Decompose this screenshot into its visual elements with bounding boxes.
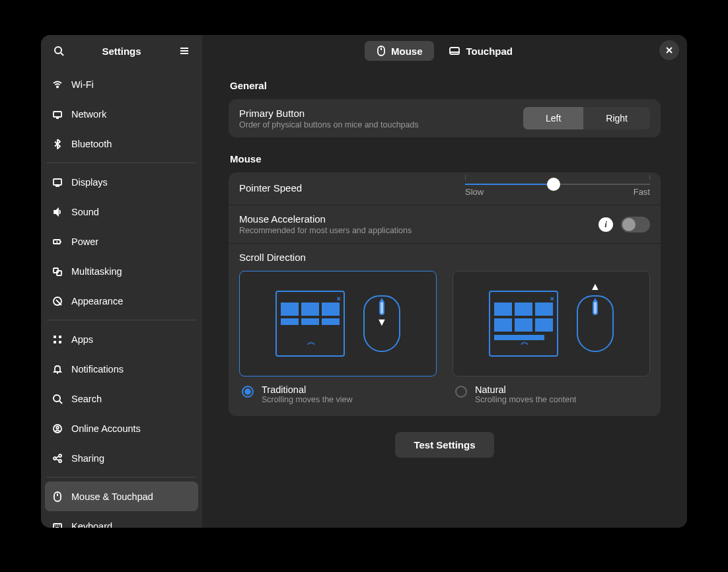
row-scroll-direction: Scroll Direction × ︽ [229,244,661,416]
sidebar-item-appearance[interactable]: Appearance [45,286,198,316]
search-icon [54,46,64,56]
mouse-icon [377,45,386,57]
card-general: Primary Button Order of physical buttons… [229,99,661,137]
scroll-option-traditional[interactable]: × ︽ ▼ [239,271,437,404]
svg-rect-15 [54,336,56,338]
close-button[interactable] [659,40,679,60]
tab-label: Mouse [391,46,423,57]
pointer-speed-slider[interactable]: Slow Fast [465,180,650,197]
scroll-option-sub: Scrolling moves the content [475,395,577,404]
keyboard-icon [52,520,63,528]
sidebar-item-online-accounts[interactable]: Online Accounts [45,413,198,443]
sidebar-separator [46,162,197,163]
main-panel: Mouse Touchpad General Primary Button Or… [202,35,687,528]
touchpad-icon [449,46,460,55]
slider-label-slow: Slow [465,187,484,197]
header-tab-group: Mouse Touchpad [365,41,525,61]
sidebar-item-label: Sound [71,207,99,217]
scroll-preview-natural: × ︽ ▲ [453,271,650,376]
sidebar-item-apps[interactable]: Apps [45,324,198,354]
svg-rect-8 [54,179,61,185]
row-subtitle: Recommended for most users and applicati… [239,226,599,235]
row-title: Scroll Direction [239,252,650,263]
sidebar-header: Settings [41,35,202,67]
sound-icon [52,206,63,218]
row-title: Mouse Acceleration [239,213,599,225]
sidebar-item-label: Online Accounts [71,423,141,434]
primary-button-left[interactable]: Left [523,107,583,129]
sidebar-item-label: Appearance [71,296,123,306]
hamburger-icon [179,46,190,56]
svg-rect-38 [450,48,459,54]
multitasking-icon [52,266,63,277]
tab-mouse[interactable]: Mouse [365,41,435,61]
search-icon [52,393,63,405]
sidebar-item-notifications[interactable]: Notifications [45,354,198,384]
switch-knob [622,218,636,231]
sidebar-item-keyboard[interactable]: Keyboard [45,511,198,528]
sidebar-item-bluetooth[interactable]: Bluetooth [45,129,198,159]
svg-point-0 [55,47,61,54]
bell-icon [52,363,63,375]
row-text: Primary Button Order of physical buttons… [239,108,523,129]
sidebar-item-label: Notifications [71,364,124,375]
sidebar-item-sound[interactable]: Sound [45,197,198,227]
svg-point-23 [56,426,59,429]
svg-rect-6 [54,112,61,117]
hamburger-menu-button[interactable] [173,40,196,62]
info-icon[interactable]: i [599,217,613,232]
radio-natural[interactable] [455,386,467,398]
sidebar-item-label: Apps [71,334,93,345]
sidebar-item-sharing[interactable]: Sharing [45,443,198,473]
sidebar-item-network[interactable]: Network [45,99,198,129]
sharing-icon [52,452,63,464]
row-text: Mouse Acceleration Recommended for most … [239,213,599,235]
svg-rect-18 [59,341,61,343]
row-primary-button: Primary Button Order of physical buttons… [229,99,661,137]
sidebar-item-wifi[interactable]: Wi-Fi [45,69,198,99]
sidebar-item-label: Search [71,394,102,404]
scroll-option-label: Natural [475,384,577,395]
scroll-option-sub: Scrolling moves the view [262,395,353,404]
scroll-preview-traditional: × ︽ ▼ [239,271,437,376]
svg-line-27 [56,456,59,458]
tab-touchpad[interactable]: Touchpad [437,41,525,61]
sidebar-item-multitasking[interactable]: Multitasking [45,256,198,286]
search-button[interactable] [48,40,70,62]
arrow-down-icon: ▼ [377,316,387,328]
close-icon [665,46,673,54]
sidebar-separator [46,320,197,320]
svg-line-28 [56,459,59,460]
primary-button-right[interactable]: Right [583,107,650,129]
accounts-icon [52,423,63,435]
scroll-option-label: Traditional [262,384,353,395]
sidebar-item-search[interactable]: Search [45,384,198,413]
bluetooth-icon [52,138,63,150]
sidebar-item-label: Keyboard [71,521,112,528]
mouse-acceleration-switch[interactable] [621,217,650,232]
wifi-icon [52,79,63,90]
sidebar-title: Settings [70,46,173,57]
sidebar-item-displays[interactable]: Displays [45,167,198,197]
arrow-up-icon: ▲ [590,281,601,293]
svg-point-5 [57,86,58,87]
sidebar-item-mouse-touchpad[interactable]: Mouse & Touchpad [45,482,198,511]
sidebar-item-label: Bluetooth [71,139,112,149]
slider-label-fast: Fast [634,187,650,197]
sidebar-item-power[interactable]: Power [45,227,198,256]
svg-point-25 [59,454,61,457]
test-settings-button[interactable]: Test Settings [395,432,493,458]
svg-point-20 [54,395,60,402]
sidebar-item-label: Mouse & Touchpad [71,491,153,502]
svg-point-26 [59,460,61,462]
svg-line-21 [59,401,62,404]
network-icon [52,108,63,120]
radio-traditional[interactable] [242,386,254,398]
sidebar-item-label: Sharing [71,453,104,464]
scroll-option-natural[interactable]: × ︽ ▲ [453,271,650,404]
svg-rect-17 [54,341,56,343]
sidebar-item-label: Multitasking [71,266,122,277]
mouse-icon [52,491,63,503]
sidebar-list: Wi-Fi Network Bluetooth Displays Sound [41,67,202,528]
section-title-general: General [230,80,661,91]
